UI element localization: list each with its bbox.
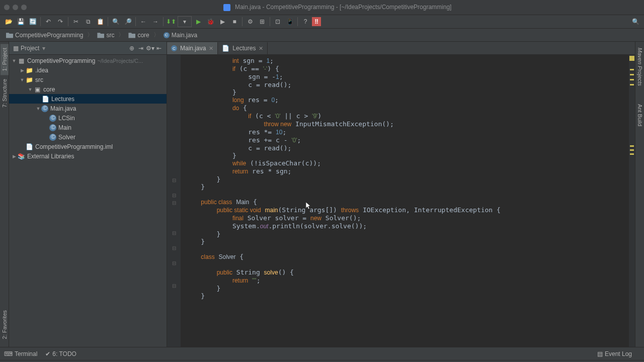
gutter-fold-icon[interactable] [167, 185, 181, 193]
gutter-fold-icon[interactable] [167, 276, 181, 283]
gutter-fold-icon[interactable] [167, 268, 181, 276]
breadcrumb-item[interactable]: core [126, 31, 151, 40]
sync-icon[interactable]: 🔄 [27, 16, 38, 27]
gutter-fold-icon[interactable] [167, 223, 181, 230]
error-stripe[interactable] [629, 55, 635, 347]
tree-node[interactable]: 📄CompetitiveProgramming.iml [9, 142, 167, 151]
gutter-fold-icon[interactable]: ⊟ [167, 245, 181, 253]
event-log-button[interactable]: ▤ Event Log [597, 350, 632, 357]
gutter-fold-icon[interactable] [167, 253, 181, 260]
coverage-icon[interactable]: ▶ [217, 16, 228, 27]
gutter-fold-icon[interactable] [167, 57, 181, 64]
toolwindow-tab[interactable]: 1: Project [1, 44, 9, 75]
toolwindow-tab[interactable]: Maven Projects [636, 44, 644, 90]
gutter-fold-icon[interactable] [167, 95, 181, 102]
warning-marker[interactable] [630, 74, 634, 75]
hide-icon[interactable]: ⇤ [155, 45, 163, 52]
plugin-icon[interactable]: ‼ [312, 17, 321, 26]
gutter-fold-icon[interactable] [167, 110, 181, 117]
open-icon[interactable]: 📂 [3, 16, 14, 27]
undo-icon[interactable]: ↶ [43, 16, 54, 27]
gutter-fold-icon[interactable]: ⊟ [167, 177, 181, 185]
warning-marker[interactable] [630, 149, 634, 151]
gutter-fold-icon[interactable] [167, 155, 181, 162]
tree-arrow-icon[interactable]: ▶ [19, 68, 25, 73]
breadcrumb-item[interactable]: CompetitiveProgramming [4, 31, 85, 40]
gutter-fold-icon[interactable] [167, 215, 181, 223]
close-icon[interactable] [4, 5, 10, 10]
breadcrumb-item[interactable]: CMain.java [162, 31, 199, 40]
analysis-status-icon[interactable] [629, 56, 634, 61]
tree-node[interactable]: ▶📚External Libraries [9, 151, 167, 161]
window-controls[interactable] [4, 5, 27, 10]
close-icon[interactable]: ✕ [259, 45, 263, 52]
warning-marker[interactable] [630, 79, 634, 80]
gutter-fold-icon[interactable]: ⊟ [167, 283, 181, 291]
warning-marker[interactable] [630, 84, 634, 85]
warning-marker[interactable] [630, 145, 634, 147]
vcs-icon[interactable]: ⚙ [245, 16, 256, 27]
warning-marker[interactable] [630, 69, 634, 70]
help-icon[interactable]: ? [300, 16, 311, 27]
gutter-fold-icon[interactable] [167, 72, 181, 79]
debug-icon[interactable]: 🐞 [205, 16, 216, 27]
avd-icon[interactable]: 📱 [284, 16, 295, 27]
tree-node[interactable]: ▼▣core [9, 84, 167, 94]
back-icon[interactable]: ← [138, 16, 149, 27]
tree-node[interactable]: ▼📁src [9, 75, 167, 84]
gutter-fold-icon[interactable] [167, 238, 181, 245]
gutter-fold-icon[interactable] [167, 132, 181, 140]
gutter-fold-icon[interactable]: ⊟ [167, 260, 181, 268]
tree-arrow-icon[interactable]: ▶ [11, 154, 17, 159]
find-icon[interactable]: 🔍 [110, 16, 121, 27]
build-icon[interactable]: ⬇⬆ [166, 16, 177, 27]
scroll-from-source-icon[interactable]: ⊕ [128, 45, 135, 52]
redo-icon[interactable]: ↷ [55, 16, 66, 27]
tree-node[interactable]: ⒸSolver [9, 132, 167, 142]
warning-marker[interactable] [630, 153, 634, 155]
project-tree[interactable]: ▼▦CompetitiveProgramming~/IdeaProjects/C… [9, 55, 167, 347]
gutter-fold-icon[interactable] [167, 79, 181, 87]
sdk-icon[interactable]: ⊡ [272, 16, 283, 27]
editor-tab[interactable]: CMain.java✕ [167, 42, 218, 54]
replace-icon[interactable]: 🔎 [122, 16, 133, 27]
tree-node[interactable]: ⒸMain [9, 123, 167, 132]
gutter-fold-icon[interactable] [167, 208, 181, 215]
tree-node[interactable]: ▼▦CompetitiveProgramming~/IdeaProjects/C… [9, 56, 167, 65]
tree-node[interactable]: ⒸLCSin [9, 113, 167, 123]
code-editor[interactable]: int sgn = 1; if (c == '-') { sgn = -1; c… [181, 55, 629, 347]
zoom-icon[interactable] [21, 5, 27, 10]
paste-icon[interactable]: 📋 [95, 16, 106, 27]
toolwindow-tab[interactable]: 2: Favorites [1, 306, 9, 343]
gutter-fold-icon[interactable] [167, 140, 181, 147]
gutter-fold-icon[interactable]: ⊟ [167, 200, 181, 208]
structure-icon[interactable]: ⊞ [257, 16, 268, 27]
tree-node[interactable]: ▶📁.idea [9, 65, 167, 75]
editor-tab[interactable]: 📄Lectures✕ [218, 42, 268, 54]
gear-icon[interactable]: ⚙▾ [146, 45, 153, 52]
breadcrumb-item[interactable]: src [95, 31, 116, 40]
toolwindow-button[interactable]: ✔6: TODO [45, 350, 76, 357]
tree-node[interactable]: 📄Lectures [9, 94, 167, 104]
gutter-fold-icon[interactable] [167, 170, 181, 177]
cut-icon[interactable]: ✂ [70, 16, 82, 27]
gutter-fold-icon[interactable] [167, 162, 181, 170]
gutter-fold-icon[interactable] [167, 64, 181, 72]
gutter-fold-icon[interactable]: ⊟ [167, 193, 181, 200]
gutter-fold-icon[interactable] [167, 125, 181, 132]
stop-icon[interactable]: ■ [229, 16, 240, 27]
gutter-fold-icon[interactable]: ⊟ [167, 230, 181, 238]
gutter-fold-icon[interactable] [167, 147, 181, 155]
tree-arrow-icon[interactable]: ▼ [11, 58, 17, 63]
forward-icon[interactable]: → [150, 16, 161, 27]
toolwindow-button[interactable]: ⌨Terminal [4, 350, 37, 357]
copy-icon[interactable]: ⧉ [83, 16, 94, 27]
search-icon[interactable]: 🔍 [630, 16, 641, 27]
tree-arrow-icon[interactable]: ▼ [19, 77, 25, 82]
close-icon[interactable]: ✕ [209, 45, 213, 52]
gutter-fold-icon[interactable] [167, 87, 181, 95]
save-icon[interactable]: 💾 [15, 16, 26, 27]
editor-gutter[interactable]: ⊟⊟⊟⊟⊟⊟⊟ [167, 55, 181, 347]
toolwindow-tab[interactable]: 7: Structure [1, 75, 9, 112]
gutter-fold-icon[interactable] [167, 117, 181, 125]
